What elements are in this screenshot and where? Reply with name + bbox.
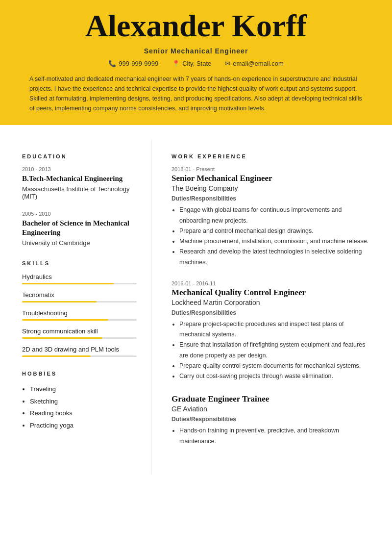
candidate-summary: A self-motivated and dedicated mechanica… <box>29 74 363 113</box>
work-title: Mechanical Quality Control Engineer <box>172 288 372 298</box>
hobby-item: Reading books <box>30 407 137 420</box>
work-company: The Boeing Company <box>172 184 372 192</box>
skill-name: Hydraulics <box>22 273 137 280</box>
duties-list: Hands-on training in preventive, predict… <box>172 426 372 447</box>
hobby-item: Practicing yoga <box>30 420 137 432</box>
candidate-title: Senior Mechanical Engineer <box>0 47 392 55</box>
skill-bar-fill <box>22 355 91 357</box>
work-title: Graduate Engineer Trainee <box>172 394 372 404</box>
work-item: Graduate Engineer Trainee GE Aviation Du… <box>172 394 372 447</box>
edu-years: 2010 - 2013 <box>22 166 137 172</box>
hobbies-list: TravelingSketchingReading booksPracticin… <box>22 383 137 432</box>
skill-bar-bg <box>22 337 137 339</box>
duty-item: Research and develop the latest technolo… <box>179 247 372 268</box>
skill-bar-fill <box>22 283 114 284</box>
work-company: Lockheed Martin Corporation <box>172 299 372 306</box>
duty-item: Prepare quality control system documents… <box>179 361 372 371</box>
duty-item: Carry out cost-saving projects through w… <box>179 371 372 381</box>
main-body: EDUCATION 2010 - 2013 B.Tech-Mechanical … <box>0 125 392 474</box>
skill-bar-bg <box>22 283 137 284</box>
duty-item: Ensure that installation of firefighting… <box>179 340 372 361</box>
skill-name: Strong communication skill <box>22 328 137 335</box>
work-dates: 2016-01 - 2016-11 <box>172 280 372 286</box>
skills-list: Hydraulics Tecnomatix Troubleshooting St… <box>22 273 137 357</box>
hobbies-section-title: HOBBIES <box>22 371 137 377</box>
duties-list: Engage with global teams for continuous … <box>172 205 372 268</box>
phone-icon: 📞 <box>108 60 116 67</box>
work-company: GE Aviation <box>172 405 372 413</box>
edu-school: Massachusetts Institute of Technology (M… <box>22 185 137 200</box>
skill-bar-fill <box>22 319 108 321</box>
education-item: 2005 - 2010 Bachelor of Science in Mecha… <box>22 211 137 247</box>
duty-item: Hands-on training in preventive, predict… <box>179 426 372 447</box>
skill-item: Strong communication skill <box>22 328 137 339</box>
education-list: 2010 - 2013 B.Tech-Mechanical Engineerin… <box>22 166 137 247</box>
work-list: 2018-01 - Present Senior Mechanical Engi… <box>172 166 372 447</box>
left-column: EDUCATION 2010 - 2013 B.Tech-Mechanical … <box>0 140 152 474</box>
skills-section-title: SKILLS <box>22 260 137 266</box>
hobby-item: Traveling <box>30 383 137 396</box>
duty-item: Prepare and control mechanical design dr… <box>179 226 372 236</box>
skill-item: Troubleshooting <box>22 309 137 321</box>
location-text: City, State <box>182 60 211 67</box>
duties-label: Duties/Responsibilities <box>172 416 372 423</box>
duties-list: Prepare project-specific procedures and … <box>172 319 372 382</box>
email-icon: ✉ <box>225 60 230 67</box>
work-title: Senior Mechanical Engineer <box>172 174 372 183</box>
duties-label: Duties/Responsibilities <box>172 195 372 202</box>
resume-header: Alexander Korff Senior Mechanical Engine… <box>0 0 392 125</box>
phone-number: 999-999-9999 <box>119 60 158 67</box>
hobby-item: Sketching <box>30 396 137 408</box>
right-column: WORK EXPERIENCE 2018-01 - Present Senior… <box>152 140 392 474</box>
edu-degree: B.Tech-Mechanical Engineering <box>22 174 137 184</box>
candidate-name: Alexander Korff <box>0 0 392 47</box>
email-contact: ✉ email@email.com <box>225 60 284 67</box>
contact-info: 📞 999-999-9999 📍 City, State ✉ email@ema… <box>0 60 392 67</box>
edu-degree: Bachelor of Science in Mechanical Engine… <box>22 219 137 238</box>
skill-bar-bg <box>22 319 137 321</box>
education-section-title: EDUCATION <box>22 153 137 159</box>
duty-item: Engage with global teams for continuous … <box>179 205 372 226</box>
skill-name: Troubleshooting <box>22 309 137 317</box>
work-dates: 2018-01 - Present <box>172 166 372 172</box>
duties-label: Duties/Responsibilities <box>172 309 372 316</box>
edu-school: University of Cambridge <box>22 239 137 247</box>
phone-contact: 📞 999-999-9999 <box>108 60 158 67</box>
skill-item: Hydraulics <box>22 273 137 284</box>
edu-years: 2005 - 2010 <box>22 211 137 217</box>
skill-item: 2D and 3D drawing and PLM tools <box>22 346 137 357</box>
skill-item: Tecnomatix <box>22 291 137 303</box>
location-contact: 📍 City, State <box>172 60 211 67</box>
work-item: 2016-01 - 2016-11 Mechanical Quality Con… <box>172 280 372 382</box>
duty-item: Prepare project-specific procedures and … <box>179 319 372 340</box>
education-item: 2010 - 2013 B.Tech-Mechanical Engineerin… <box>22 166 137 200</box>
skill-name: 2D and 3D drawing and PLM tools <box>22 346 137 353</box>
skill-bar-bg <box>22 301 137 303</box>
location-icon: 📍 <box>172 60 180 67</box>
skill-bar-fill <box>22 337 102 339</box>
skill-bar-fill <box>22 301 97 303</box>
email-text: email@email.com <box>233 60 284 67</box>
work-section-title: WORK EXPERIENCE <box>172 153 372 159</box>
skill-name: Tecnomatix <box>22 291 137 299</box>
duty-item: Machine procurement, installation, commi… <box>179 236 372 247</box>
work-item: 2018-01 - Present Senior Mechanical Engi… <box>172 166 372 268</box>
skill-bar-bg <box>22 355 137 357</box>
